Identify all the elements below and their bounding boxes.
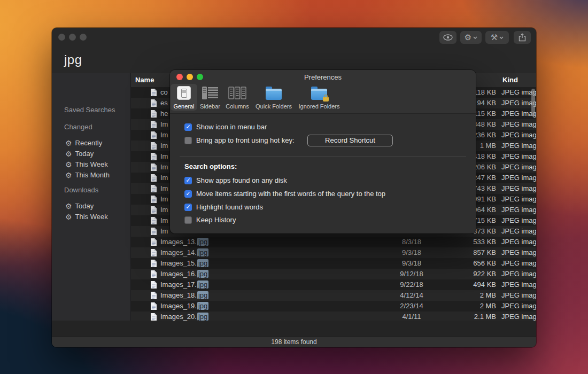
document-icon [150, 163, 157, 172]
table-row[interactable]: Images_18.jpg 4/12/14 2 MB JPEG image [131, 290, 536, 301]
highlighted-extension: jpg [197, 291, 208, 299]
file-size: 857 KB [430, 248, 496, 256]
file-date: 4/1/11 [388, 313, 436, 321]
file-kind: JPEG image [501, 280, 536, 289]
document-icon [150, 110, 157, 118]
sidebar-item-today[interactable]: ⚙ Today [65, 150, 94, 158]
checkbox-row: ✓ Show apps found on any disk [184, 176, 287, 184]
table-row[interactable]: Images_16.jpg 9/12/18 922 KB JPEG image [131, 269, 536, 279]
document-icon [150, 291, 157, 300]
file-size: 494 KB [430, 280, 496, 289]
tab-ignored-folders[interactable]: Ignored Folders [292, 84, 346, 111]
sidebar-item-this-week[interactable]: ⚙ This Week [65, 213, 108, 221]
file-date: 2/23/14 [388, 302, 436, 310]
checkbox[interactable]: ✓ [184, 123, 192, 131]
file-kind: JPEG image [501, 131, 536, 139]
file-kind: JPEG image [501, 313, 536, 321]
action-menu-button[interactable]: ⚙ [460, 31, 482, 44]
file-name: Im [160, 206, 168, 214]
file-name: he [160, 110, 168, 118]
file-kind: JPEG image [501, 259, 536, 267]
tab-label: Quick Folders [256, 103, 292, 110]
file-date: 4/12/14 [388, 291, 436, 299]
gear-icon: ⚙ [65, 161, 72, 168]
highlighted-extension: jpg [197, 259, 208, 267]
checkbox-row: Bring app to front using hot key: [184, 136, 295, 144]
desktop: ⚙ ⚒ jpg in Home [0, 0, 588, 374]
highlighted-extension: jpg [197, 270, 208, 278]
file-name: Images_15.jpg [160, 259, 208, 267]
checkbox[interactable]: ✓ [184, 204, 192, 211]
column-header-kind[interactable]: Kind [502, 76, 518, 84]
file-name: Im [160, 163, 168, 171]
file-kind: JPEG image [501, 142, 536, 150]
file-kind: JPEG image [501, 302, 536, 310]
file-name: Images_13.jpg [160, 238, 208, 246]
file-name: Images_18.jpg [160, 291, 208, 299]
document-icon [150, 131, 157, 139]
file-name: co [160, 88, 168, 96]
highlighted-extension: jpg [197, 280, 208, 289]
file-name: Images_14.jpg [160, 248, 208, 256]
document-icon [150, 313, 157, 321]
column-header-name[interactable]: Name [135, 76, 154, 84]
file-kind: JPEG image [501, 184, 536, 192]
document-icon [150, 280, 157, 289]
share-icon [519, 33, 526, 42]
file-name: es [160, 99, 168, 107]
close-button[interactable] [58, 34, 65, 41]
file-date: 9/12/18 [388, 270, 436, 278]
preview-button[interactable] [439, 31, 457, 44]
checkbox[interactable] [184, 216, 192, 224]
file-size: 656 KB [430, 259, 496, 267]
file-kind: JPEG image [501, 206, 536, 214]
document-icon [150, 88, 157, 97]
highlighted-extension: jpg [197, 302, 208, 310]
checkbox[interactable]: ✓ [184, 190, 192, 198]
file-kind: JPEG image [501, 291, 536, 299]
file-date: 9/22/18 [388, 280, 436, 289]
sidebar-item-today[interactable]: ⚙ Today [65, 202, 94, 210]
file-kind: JPEG image [501, 120, 536, 128]
zoom-button[interactable] [80, 34, 87, 41]
checkbox[interactable] [184, 137, 192, 144]
sidebar-item-recently[interactable]: ⚙ Recently [65, 139, 102, 147]
status-bar: 198 items found [52, 337, 536, 347]
tab-label: Columns [226, 103, 249, 110]
table-row[interactable]: Images_13.jpg 8/3/18 533 KB JPEG image [131, 237, 536, 247]
table-row[interactable]: Images_15.jpg 9/3/18 656 KB JPEG image [131, 258, 536, 269]
table-row[interactable]: Images_14.jpg 9/3/18 857 KB JPEG image [131, 247, 536, 258]
search-query[interactable]: jpg [64, 52, 82, 67]
document-icon [150, 302, 157, 310]
vertical-scrollbar[interactable] [531, 89, 535, 116]
document-icon [150, 174, 157, 182]
table-row[interactable]: Images_17.jpg 9/22/18 494 KB JPEG image [131, 279, 536, 290]
table-row[interactable]: Images_19.jpg 2/23/14 2 MB JPEG image [131, 301, 536, 311]
file-kind: JPEG image [501, 163, 536, 171]
file-kind: JPEG image [501, 174, 536, 182]
table-row[interactable]: Images_20.jpg 4/1/11 2.1 MB JPEG image [131, 311, 536, 321]
folder-lock-icon [311, 84, 327, 102]
document-icon [150, 248, 157, 257]
file-size: 2 MB [430, 291, 496, 299]
window-titlebar: ⚙ ⚒ [52, 28, 536, 47]
checkbox-row: ✓ Highlight found words [184, 203, 263, 211]
record-shortcut-button[interactable]: Record Shortcut [307, 135, 393, 146]
file-name: Im [160, 152, 168, 160]
file-name: Images_19.jpg [160, 302, 208, 310]
gear-icon: ⚙ [65, 202, 72, 210]
file-size: 533 KB [430, 238, 496, 246]
file-date: 8/3/18 [388, 238, 436, 246]
sidebar-item-this-week[interactable]: ⚙ This Week [65, 160, 108, 168]
search-row: jpg in Home Add Criteria [52, 47, 536, 73]
gear-icon: ⚙ [65, 213, 72, 221]
checkbox[interactable]: ✓ [184, 177, 192, 184]
tab-label: Ignored Folders [298, 103, 339, 110]
file-size: 922 KB [430, 270, 496, 278]
minimize-button[interactable] [69, 34, 76, 41]
file-name: Images_20.jpg [160, 313, 208, 321]
share-button[interactable] [514, 31, 531, 44]
tools-menu-button[interactable]: ⚒ [485, 31, 509, 44]
sidebar-item-this-month[interactable]: ⚙ This Month [65, 171, 110, 179]
gear-icon: ⚙ [65, 150, 72, 158]
